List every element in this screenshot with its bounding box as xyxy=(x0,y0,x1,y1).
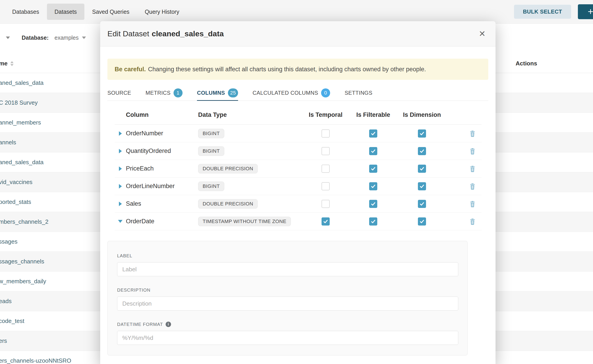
dataset-link[interactable]: ers xyxy=(0,337,7,344)
is-dimension-checkbox[interactable] xyxy=(418,200,426,208)
expand-caret-icon[interactable] xyxy=(119,149,122,153)
column-editor-panel: LABEL DESCRIPTION DATETIME FORMAT i xyxy=(107,241,468,355)
tab-settings[interactable]: SETTINGS xyxy=(345,85,372,101)
calculated-columns-count-badge: 0 xyxy=(321,88,330,98)
is-dimension-header: Is Dimension xyxy=(397,111,447,118)
database-filter-value[interactable]: examples xyxy=(55,34,79,41)
delete-column-icon[interactable] xyxy=(469,130,476,137)
expand-caret-icon[interactable] xyxy=(119,166,122,171)
is-temporal-checkbox[interactable] xyxy=(322,147,330,155)
column-name: OrderLineNumber xyxy=(126,183,198,190)
is-filterable-checkbox[interactable] xyxy=(369,147,377,155)
description-field-label: DESCRIPTION xyxy=(117,287,458,293)
tab-calculated-columns[interactable]: CALCULATED COLUMNS 0 xyxy=(252,85,330,101)
edit-dataset-modal: Edit Dataset cleaned_sales_data ✕ Be car… xyxy=(100,21,495,364)
is-temporal-checkbox[interactable] xyxy=(322,182,330,190)
metrics-count-badge: 1 xyxy=(173,88,183,98)
dataset-link[interactable]: C 2018 Survey xyxy=(0,99,38,106)
label-input[interactable] xyxy=(117,262,458,276)
expand-caret-icon[interactable] xyxy=(119,202,122,206)
is-dimension-checkbox[interactable] xyxy=(418,217,426,226)
column-row: OrderDate TIMESTAMP WITHOUT TIME ZONE xyxy=(115,213,481,230)
modal-title-dataset-name: cleaned_sales_data xyxy=(152,29,224,38)
columns-table: Column Data Type Is Temporal Is Filterab… xyxy=(115,105,481,230)
dataset-link[interactable]: ssages xyxy=(0,238,17,245)
nav-item-databases[interactable]: Databases xyxy=(5,4,47,20)
column-header: Column xyxy=(126,111,198,118)
is-temporal-checkbox[interactable] xyxy=(322,165,330,173)
is-temporal-header: Is Temporal xyxy=(302,111,349,118)
is-filterable-checkbox[interactable] xyxy=(369,217,377,226)
delete-column-icon[interactable] xyxy=(469,218,476,225)
is-filterable-checkbox[interactable] xyxy=(369,200,377,208)
column-name: OrderDate xyxy=(126,218,198,225)
data-type-pill: DOUBLE PRECISION xyxy=(198,199,258,209)
database-caret-icon[interactable] xyxy=(82,37,86,39)
database-filter-label: Database: xyxy=(22,34,49,41)
dataset-link[interactable]: aned_sales_data xyxy=(0,159,44,166)
is-temporal-checkbox[interactable] xyxy=(322,130,330,137)
is-temporal-checkbox[interactable] xyxy=(322,200,330,208)
dataset-link[interactable]: eads xyxy=(0,298,12,305)
name-column-header[interactable]: me xyxy=(0,60,13,67)
tab-columns[interactable]: COLUMNS 25 xyxy=(197,85,238,101)
expand-caret-icon[interactable] xyxy=(119,131,122,136)
data-type-pill: DOUBLE PRECISION xyxy=(198,164,258,173)
dataset-link[interactable]: mbers_channels_2 xyxy=(0,218,48,225)
warning-text: Changing these settings will affect all … xyxy=(148,66,426,73)
column-name: Sales xyxy=(126,200,198,207)
dataset-link[interactable]: ssages_channels xyxy=(0,258,44,265)
data-type-pill: BIGINT xyxy=(198,129,224,138)
top-navigation: Databases Datasets Saved Queries Query H… xyxy=(0,0,593,24)
dataset-link[interactable]: ported_stats xyxy=(0,198,31,205)
is-dimension-checkbox[interactable] xyxy=(418,182,426,190)
column-row: QuantityOrdered BIGINT xyxy=(115,142,481,160)
nav-item-datasets[interactable]: Datasets xyxy=(47,4,85,20)
tab-source[interactable]: SOURCE xyxy=(107,85,131,101)
description-input[interactable] xyxy=(117,297,458,311)
column-row: Sales DOUBLE PRECISION xyxy=(115,195,481,213)
is-dimension-checkbox[interactable] xyxy=(418,130,426,137)
delete-column-icon[interactable] xyxy=(469,201,476,207)
filter-caret-icon[interactable] xyxy=(6,37,10,39)
dataset-link[interactable]: vid_vaccines xyxy=(0,179,33,186)
sort-icon[interactable] xyxy=(10,61,13,66)
dataset-link[interactable]: code_test xyxy=(0,318,24,325)
column-row: OrderNumber BIGINT xyxy=(115,125,481,142)
data-type-header: Data Type xyxy=(198,111,302,118)
dataset-link[interactable]: annel_members xyxy=(0,119,41,126)
datetime-format-field-label: DATETIME FORMAT i xyxy=(117,321,458,327)
expand-caret-icon[interactable] xyxy=(119,184,122,188)
is-filterable-checkbox[interactable] xyxy=(369,182,377,190)
collapse-caret-icon[interactable] xyxy=(118,220,123,223)
column-row: OrderLineNumber BIGINT xyxy=(115,177,481,195)
dataset-link[interactable]: w_members_daily xyxy=(0,278,46,285)
is-filterable-checkbox[interactable] xyxy=(369,130,377,137)
columns-count-badge: 25 xyxy=(228,88,238,98)
nav-item-query-history[interactable]: Query History xyxy=(137,4,187,20)
modal-title: Edit Dataset xyxy=(107,29,149,38)
is-dimension-checkbox[interactable] xyxy=(418,147,426,155)
datetime-format-input[interactable] xyxy=(117,331,458,345)
close-icon[interactable]: ✕ xyxy=(479,30,486,38)
dataset-link[interactable]: ers_channels-uzooNNtSRO xyxy=(0,357,71,364)
is-temporal-checkbox[interactable] xyxy=(322,217,330,226)
modal-tabs: SOURCE METRICS 1 COLUMNS 25 CALCULATED C… xyxy=(107,85,488,101)
data-type-pill: BIGINT xyxy=(198,146,224,156)
info-icon[interactable]: i xyxy=(166,322,171,327)
columns-table-header: Column Data Type Is Temporal Is Filterab… xyxy=(115,105,481,125)
is-dimension-checkbox[interactable] xyxy=(418,165,426,173)
column-name: OrderNumber xyxy=(126,130,198,137)
delete-column-icon[interactable] xyxy=(469,165,476,172)
add-dataset-button[interactable]: + xyxy=(578,4,593,19)
dataset-link[interactable]: aned_sales_data xyxy=(0,79,44,86)
is-filterable-checkbox[interactable] xyxy=(369,165,377,173)
is-filterable-header: Is Filterable xyxy=(349,111,397,118)
delete-column-icon[interactable] xyxy=(469,148,476,155)
dataset-link[interactable]: annels xyxy=(0,139,16,146)
tab-metrics[interactable]: METRICS 1 xyxy=(145,85,183,101)
nav-item-saved-queries[interactable]: Saved Queries xyxy=(84,4,137,20)
modal-body: Be careful. Changing these settings will… xyxy=(100,59,495,355)
bulk-select-button[interactable]: BULK SELECT xyxy=(514,5,571,19)
delete-column-icon[interactable] xyxy=(469,183,476,190)
